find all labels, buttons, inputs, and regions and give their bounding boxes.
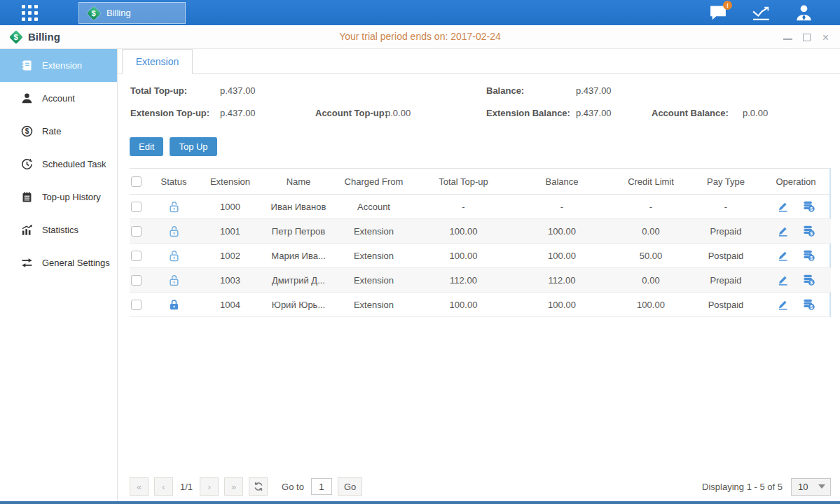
column-header: Charged From [333, 169, 414, 195]
app-launcher-grid-icon[interactable] [22, 5, 39, 21]
row-checkbox[interactable] [131, 300, 142, 310]
statistics-chart-icon[interactable] [752, 4, 771, 21]
topup-row-icon[interactable]: $ [803, 274, 815, 286]
topup-row-icon[interactable]: $ [803, 250, 815, 262]
table-row: 1003 Дмитрий Д... Extension 112.00 112.0… [130, 268, 831, 293]
first-page-button[interactable]: « [130, 477, 149, 496]
edit-row-icon[interactable] [777, 274, 789, 286]
lock-open-icon [168, 225, 180, 235]
cell-total-topup: 100.00 [414, 244, 513, 268]
cell-credit-limit: 0.00 [611, 219, 691, 244]
table-row: 1000 Иван Иванов Account - - - - $ [130, 195, 831, 219]
window-titlebar: $ Billing Your trial period ends on: 201… [0, 25, 840, 49]
table-header-row: StatusExtensionNameCharged FromTotal Top… [130, 169, 831, 195]
sidebar-item-statistics[interactable]: Statistics [0, 214, 117, 246]
edit-row-icon[interactable] [777, 201, 789, 213]
column-header: Pay Type [691, 169, 761, 195]
cell-name: Юрий Юрь... [263, 293, 333, 317]
select-all-checkbox[interactable] [131, 176, 142, 187]
statistics-icon [21, 224, 33, 236]
taskbar-tab-label: Billing [106, 8, 131, 18]
edit-row-icon[interactable] [777, 225, 789, 237]
next-page-button[interactable]: › [200, 477, 219, 496]
column-header: Operation [761, 169, 831, 195]
svg-text:$: $ [810, 255, 813, 261]
close-button[interactable]: × [821, 33, 830, 42]
last-page-button[interactable]: » [224, 477, 243, 496]
row-checkbox[interactable] [131, 251, 142, 261]
cell-credit-limit: 50.00 [611, 244, 691, 268]
cell-charged-from: Extension [333, 293, 414, 317]
taskbar: $ Billing ! [0, 0, 840, 25]
tab-bar: Extension [118, 49, 840, 74]
table-row: 1004 Юрий Юрь... Extension 100.00 100.00… [130, 293, 831, 317]
taskbar-tab-billing[interactable]: $ Billing [78, 2, 186, 24]
tab-extension[interactable]: Extension [122, 49, 193, 74]
edit-row-icon[interactable] [777, 250, 789, 262]
displaying-status: Displaying 1 - 5 of 5 [702, 482, 783, 492]
cell-pay-type: - [691, 195, 761, 219]
extension-icon [21, 59, 33, 71]
go-button[interactable]: Go [338, 477, 362, 496]
table-body: 1000 Иван Иванов Account - - - - $ 1001 … [130, 195, 831, 317]
sidebar-item-general-settings[interactable]: General Settings [0, 246, 117, 279]
extension-table: StatusExtensionNameCharged FromTotal Top… [130, 168, 831, 317]
topup-history-icon [21, 191, 33, 203]
topup-row-icon[interactable]: $ [803, 299, 815, 311]
billing-window: $ Billing ! [0, 0, 840, 504]
cell-pay-type: Postpaid [691, 244, 761, 268]
lock-closed-icon [168, 298, 180, 309]
row-checkbox[interactable] [131, 275, 142, 286]
column-header: Name [263, 169, 333, 195]
rate-icon: $ [21, 125, 33, 137]
cell-extension: 1003 [197, 268, 263, 293]
maximize-button[interactable] [802, 33, 811, 42]
sidebar-item-label: Extension [42, 60, 82, 71]
sidebar-item-label: Scheduled Task [42, 159, 106, 169]
column-header: Balance [513, 169, 611, 195]
cell-extension: 1000 [197, 195, 263, 219]
column-header: Credit Limit [611, 169, 691, 195]
messages-icon[interactable]: ! [709, 4, 728, 21]
cell-credit-limit: - [611, 195, 691, 219]
edit-button[interactable]: Edit [130, 137, 163, 156]
refresh-icon[interactable] [249, 477, 268, 496]
sidebar-item-account[interactable]: Account [0, 82, 117, 115]
cell-total-topup: 100.00 [414, 219, 513, 244]
user-account-icon[interactable] [794, 4, 813, 21]
cell-total-topup: - [414, 195, 513, 219]
goto-page-input[interactable] [311, 478, 332, 495]
sidebar-item-scheduled-task[interactable]: Scheduled Task [0, 148, 117, 181]
topup-button[interactable]: Top Up [170, 137, 216, 156]
row-checkbox[interactable] [131, 202, 142, 212]
edit-row-icon[interactable] [777, 299, 789, 311]
column-header: Extension [197, 169, 263, 195]
cell-total-topup: 112.00 [414, 268, 513, 293]
sidebar-item-label: Statistics [42, 225, 78, 235]
chevron-down-icon [818, 484, 825, 489]
sidebar-item-extension[interactable]: Extension [0, 49, 117, 82]
cell-balance: 112.00 [513, 268, 611, 293]
topup-row-icon[interactable]: $ [803, 201, 815, 213]
sidebar-item-rate[interactable]: $Rate [0, 115, 117, 148]
cell-extension: 1001 [197, 219, 263, 244]
lock-open-icon [168, 200, 180, 211]
cell-charged-from: Extension [333, 219, 414, 244]
sidebar-item-top-up-history[interactable]: Top-up History [0, 181, 117, 214]
cell-balance: - [513, 195, 611, 219]
topup-row-icon[interactable]: $ [803, 225, 815, 237]
svg-text:$: $ [810, 304, 813, 310]
table-row: 1001 Петр Петров Extension 100.00 100.00… [130, 219, 831, 244]
prev-page-button[interactable]: ‹ [154, 477, 173, 496]
summary-extension-balance: Extension Balance:p.437.00 [486, 108, 612, 118]
sidebar-item-label: General Settings [42, 258, 110, 268]
minimize-button[interactable] [783, 33, 792, 42]
account-icon [21, 92, 33, 104]
svg-text:$: $ [810, 280, 813, 286]
page-size-select[interactable]: 10 [791, 478, 831, 496]
trial-notice: Your trial period ends on: 2017-02-24 [0, 31, 840, 42]
row-checkbox[interactable] [131, 226, 142, 237]
cell-balance: 100.00 [513, 293, 611, 317]
general-settings-icon [21, 257, 33, 269]
column-header: Status [151, 169, 197, 195]
